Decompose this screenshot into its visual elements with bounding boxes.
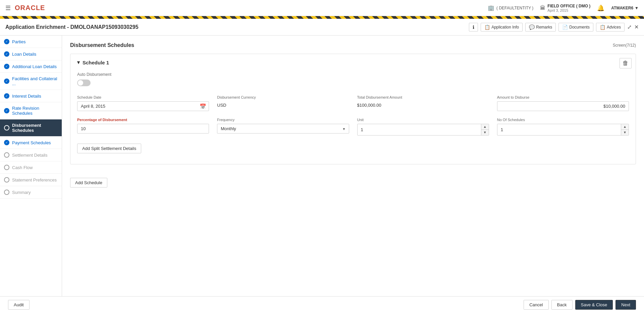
main-layout: ✓ Parties ✓ Loan Details ✓ Additional Lo…: [0, 36, 644, 296]
unit-decrement-button[interactable]: ▼: [481, 130, 489, 135]
percentage-disbursement-label: Percentage of Disbursement: [77, 118, 209, 122]
sidebar-label-cash-flow: Cash Flow: [12, 165, 33, 170]
schedule-date-input[interactable]: [77, 101, 209, 111]
schedule-date-group: Schedule Date 📅: [77, 95, 209, 111]
frequency-select[interactable]: Monthly Weekly Daily Quarterly Yearly: [217, 124, 349, 134]
sidebar-item-parties[interactable]: ✓ Parties: [0, 36, 62, 48]
sidebar-item-settlement-details: Settlement Details: [0, 149, 62, 161]
content-area: Disbursement Schedules Screen(7/12) 🗑 ▾ …: [62, 36, 644, 296]
disbursement-currency-label: Disbursement Currency: [217, 95, 349, 99]
schedules-increment-button[interactable]: ▲: [621, 124, 629, 130]
section-heading: Disbursement Schedules: [70, 42, 134, 48]
sidebar-item-rate-revision[interactable]: ✓ Rate Revision Schedules: [0, 102, 62, 119]
top-nav-right: 🏢 ( DEFAULTENTITY ) 🏛 FIELD OFFICE ( DMO…: [488, 4, 639, 12]
page-title: Application Enrichment - DMOLOANAP150930…: [5, 24, 139, 30]
total-disbursement-value: $100,000.00: [357, 101, 489, 109]
remarks-button[interactable]: 💬 Remarks: [525, 23, 556, 32]
step-icon-summary: [4, 190, 9, 195]
content-scroll: Disbursement Schedules Screen(7/12) 🗑 ▾ …: [62, 36, 644, 194]
disbursement-currency-group: Disbursement Currency USD: [217, 95, 349, 111]
sidebar-item-interest-details[interactable]: ✓ Interest Details: [0, 90, 62, 102]
amount-to-disburse-input[interactable]: [497, 101, 629, 111]
advices-button[interactable]: 📋 Advices: [596, 23, 625, 32]
delete-schedule-button[interactable]: 🗑: [620, 58, 632, 68]
advices-label: Advices: [607, 25, 621, 30]
step-icon-settlement: [4, 152, 9, 158]
sidebar-label-statement: Statement Preferences: [12, 177, 57, 182]
notification-bell-icon[interactable]: 🔔: [597, 4, 604, 12]
sidebar-item-additional-loan-details[interactable]: ✓ Additional Loan Details: [0, 60, 62, 73]
audit-button[interactable]: Audit: [8, 300, 30, 310]
documents-label: Documents: [569, 25, 590, 30]
step-icon-cash-flow: [4, 165, 9, 170]
unit-group: Unit ▲ ▼: [357, 118, 489, 136]
header-actions: ℹ 📋 Application Info 💬 Remarks 📄 Documen…: [469, 23, 639, 32]
sidebar-label-parties: Parties: [12, 39, 25, 44]
sidebar-item-payment-schedules[interactable]: ✓ Payment Schedules: [0, 137, 62, 149]
field-row-1: Schedule Date 📅 Disbursement Currency US…: [77, 95, 629, 111]
schedule-section-header[interactable]: ▾ Schedule 1: [77, 59, 629, 65]
page-header: Application Enrichment - DMOLOANAP150930…: [0, 19, 644, 36]
add-schedule-button[interactable]: Add Schedule: [70, 178, 107, 188]
application-info-icon: 📋: [484, 24, 490, 30]
percentage-disbursement-group: Percentage of Disbursement: [77, 118, 209, 136]
hamburger-menu[interactable]: ☰: [5, 4, 11, 12]
sidebar-item-summary: Summary: [0, 186, 62, 199]
step-icon-payment: ✓: [4, 140, 9, 145]
no-of-schedules-input[interactable]: [497, 125, 621, 134]
unit-input[interactable]: [358, 125, 481, 134]
field-office-icon: 🏛: [540, 5, 545, 11]
field-office-date: April 3, 2015: [547, 8, 590, 12]
sidebar-label-facilities: Facilities and Collateral ...: [12, 76, 58, 86]
field-row-2: Percentage of Disbursement Frequency Mon…: [77, 118, 629, 136]
close-button[interactable]: ✕: [634, 24, 639, 30]
add-schedule-wrapper: Add Schedule: [70, 171, 636, 188]
percentage-disbursement-input[interactable]: [77, 124, 209, 134]
add-split-settlement-button[interactable]: Add Split Settlement Details: [77, 144, 141, 153]
amount-to-disburse-label: Amount to Disburse: [497, 95, 629, 99]
sidebar-item-disbursement-schedules[interactable]: Disbursement Schedules: [0, 119, 62, 137]
schedule-card: 🗑 ▾ Schedule 1 Auto Disbursement Schedul…: [70, 54, 636, 164]
next-button[interactable]: Next: [615, 300, 636, 310]
sidebar-label-loan-details: Loan Details: [12, 52, 36, 57]
info-icon: ℹ: [473, 24, 474, 30]
info-button[interactable]: ℹ: [469, 23, 478, 32]
footer: Audit Cancel Back Save & Close Next: [0, 296, 644, 313]
frequency-select-wrapper: Monthly Weekly Daily Quarterly Yearly: [217, 124, 349, 134]
auto-disbursement-label: Auto Disbursement: [77, 72, 629, 77]
no-of-schedules-stepper-buttons: ▲ ▼: [621, 124, 629, 135]
sidebar-label-additional-loan: Additional Loan Details: [12, 64, 57, 69]
calendar-icon[interactable]: 📅: [200, 103, 206, 109]
schedule-date-input-wrapper: 📅: [77, 101, 209, 111]
disbursement-currency-value: USD: [217, 101, 349, 109]
amount-to-disburse-group: Amount to Disburse: [497, 95, 629, 111]
auto-disbursement-toggle[interactable]: [77, 80, 91, 86]
username: ATMAKER6: [611, 6, 633, 10]
application-info-button[interactable]: 📋 Application Info: [481, 23, 523, 32]
sidebar-label-interest: Interest Details: [12, 94, 41, 99]
frequency-label: Frequency: [217, 118, 349, 122]
back-button[interactable]: Back: [551, 300, 573, 310]
frequency-group: Frequency Monthly Weekly Daily Quarterly…: [217, 118, 349, 136]
save-close-button[interactable]: Save & Close: [575, 300, 613, 310]
sidebar-item-facilities-collateral[interactable]: ✓ Facilities and Collateral ...: [0, 73, 62, 90]
unit-increment-button[interactable]: ▲: [481, 124, 489, 130]
no-of-schedules-label: No Of Schedules: [497, 118, 629, 122]
cancel-button[interactable]: Cancel: [524, 300, 548, 310]
documents-button[interactable]: 📄 Documents: [558, 23, 593, 32]
user-info[interactable]: ATMAKER6 ▼: [611, 6, 639, 10]
step-icon-interest: ✓: [4, 93, 9, 99]
step-icon-parties: ✓: [4, 39, 9, 44]
no-of-schedules-group: No Of Schedules ▲ ▼: [497, 118, 629, 136]
schedules-decrement-button[interactable]: ▼: [621, 130, 629, 135]
auto-disbursement-section: Auto Disbursement: [77, 72, 629, 87]
remarks-icon: 💬: [529, 24, 535, 30]
step-icon-facilities: ✓: [4, 79, 9, 84]
field-office-text: FIELD OFFICE ( DMO ) April 3, 2015: [547, 4, 590, 12]
warning-bar: [0, 16, 644, 19]
no-of-schedules-stepper: ▲ ▼: [497, 124, 629, 136]
entity-info: 🏢 ( DEFAULTENTITY ): [488, 5, 533, 11]
sidebar-item-loan-details[interactable]: ✓ Loan Details: [0, 48, 62, 60]
step-icon-disbursement: [4, 125, 9, 131]
expand-button[interactable]: ⤢: [627, 24, 632, 30]
